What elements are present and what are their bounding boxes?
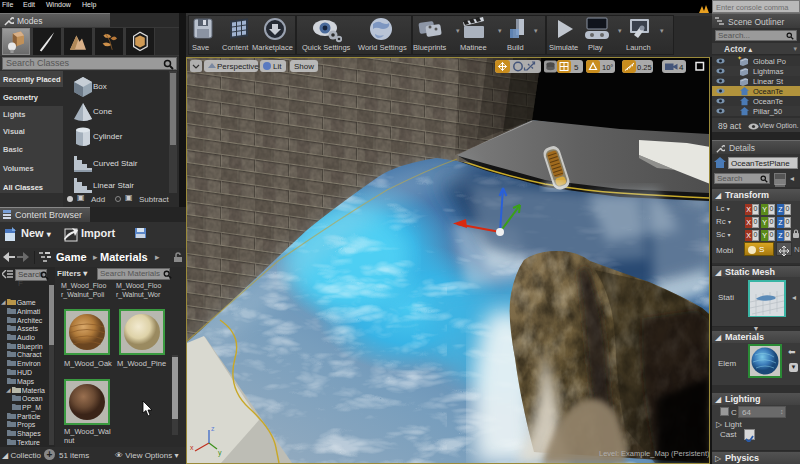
svg-text:Perspective: Perspective: [217, 62, 259, 71]
svg-text:Show: Show: [294, 62, 314, 71]
svg-text:4: 4: [679, 63, 684, 72]
svg-text:5: 5: [574, 63, 579, 72]
svg-text:0.25: 0.25: [637, 63, 652, 72]
svg-text:Level: Example_Map (Persisten: Level: Example_Map (Persistent): [599, 449, 709, 458]
svg-text:z: z: [211, 425, 215, 432]
svg-text:y: y: [218, 449, 222, 457]
svg-text:Lit: Lit: [273, 62, 282, 71]
svg-text:x: x: [190, 444, 194, 451]
svg-text:10°: 10°: [602, 63, 613, 72]
